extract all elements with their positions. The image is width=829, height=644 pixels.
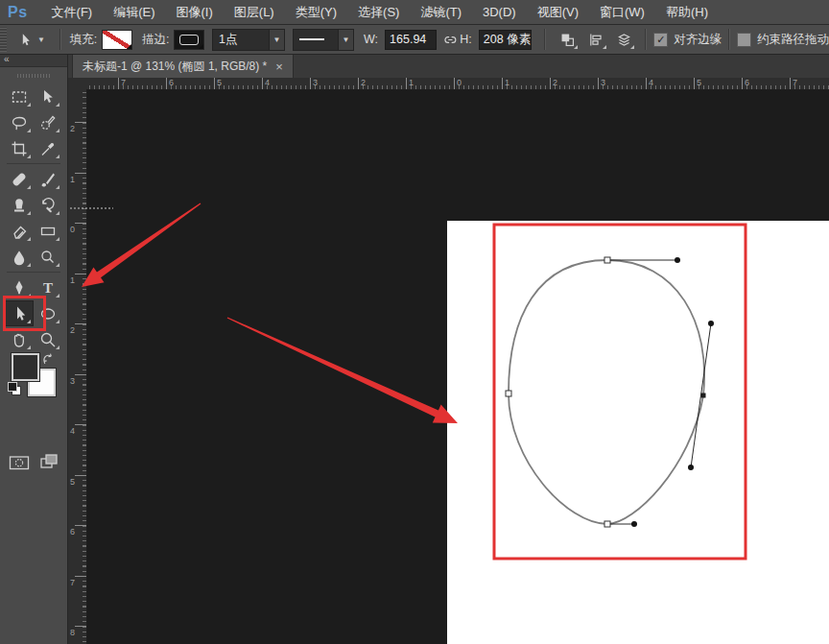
stroke-width-dropdown[interactable]: 1点 ▼ [212,29,285,51]
vertical-ruler[interactable]: 21012345678 [67,89,87,644]
tool-clone-stamp[interactable] [5,192,34,218]
tool-move[interactable] [34,83,62,109]
ruler-major-tick [742,78,743,89]
ruler-major-tick [358,78,359,89]
document-canvas[interactable] [447,221,829,644]
tool-hand[interactable] [5,326,34,352]
horizontal-ruler[interactable]: 765432101234567 [86,78,829,90]
path-alignment-button[interactable] [584,29,607,50]
tool-dodge[interactable] [34,244,62,270]
tool-zoom[interactable] [34,326,62,352]
height-label: H: [460,33,472,46]
ruler-major-tick [598,78,599,89]
menu-item-3[interactable]: 图像(I) [166,0,224,24]
path-arrangement-button[interactable] [613,29,636,50]
clone-stamp-icon [10,196,29,215]
fill-label: 填充: [70,32,97,48]
tool-preset-dropdown[interactable]: ▼ [12,32,53,48]
tool-path-selection[interactable] [5,300,34,326]
chevron-down-icon[interactable]: ▼ [338,30,353,50]
canvas-viewport[interactable] [86,89,829,644]
tool-ellipse-shape[interactable] [34,300,62,326]
path-operations-button[interactable] [556,29,579,50]
menu-item-6[interactable]: 选择(S) [347,0,410,24]
panel-collapse-button[interactable]: « [0,54,67,67]
tool-quick-selection[interactable] [34,109,62,135]
ruler-major-tick [262,78,263,89]
tool-flyout-mark [56,263,59,267]
tool-rectangular-marquee[interactable] [5,83,34,109]
menu-item-8[interactable]: 3D(D) [472,0,527,24]
shape-height-input[interactable]: 208 像素 [479,30,532,50]
tool-blur[interactable] [5,244,34,270]
tool-gradient[interactable] [34,218,62,244]
ruler-major-tick [502,78,503,89]
tool-type[interactable]: T [34,274,62,300]
constrain-path-drag-label: 约束路径拖动 [757,32,829,48]
separator [544,29,546,50]
default-colors-icon[interactable] [8,382,21,395]
menu-item-9[interactable]: 视图(V) [527,0,589,24]
tool-lasso[interactable] [5,109,34,135]
tool-eyedropper[interactable] [34,135,62,161]
menu-item-2[interactable]: 编辑(E) [103,0,165,24]
fill-swatch-no-color[interactable] [102,30,132,50]
chevron-down-icon[interactable]: ▼ [269,30,284,50]
document-tab[interactable]: 未标题-1 @ 131% (椭圆 1, RGB/8) * × [72,54,294,78]
stroke-swatch[interactable] [174,30,204,50]
menu-bar: Ps 文件(F)编辑(E)图像(I)图层(L)类型(Y)选择(S)滤镜(T)3D… [0,0,829,25]
ruler-label: 7 [121,78,126,87]
ruler-label: 1 [505,78,509,87]
align-edges-checkbox[interactable]: ✓ [653,33,668,47]
shape-width-input[interactable]: 165.94 [385,30,436,50]
hand-icon [10,330,29,349]
ruler-major-tick [75,424,86,425]
tool-history-brush[interactable] [34,192,62,218]
tool-flyout-mark [27,237,31,241]
ruler-label: 6 [70,527,75,537]
gradient-icon [38,222,58,241]
quick-mask-button[interactable] [8,453,31,472]
path-selection-preset-icon [16,32,33,48]
tools-panel: « T [0,54,68,644]
ruler-major-tick [214,78,215,89]
menu-items: 文件(F)编辑(E)图像(I)图层(L)类型(Y)选择(S)滤镜(T)3D(D)… [41,0,719,24]
stroke-width-value: 1点 [213,30,269,50]
menu-item-4[interactable]: 图层(L) [224,0,285,24]
menu-item-1[interactable]: 文件(F) [41,0,104,24]
tool-flyout-mark [27,129,31,132]
ruler-major-tick [75,626,86,627]
menu-item-11[interactable]: 帮助(H) [655,0,719,24]
options-bar-grip[interactable] [0,27,7,52]
brush-icon [38,170,58,189]
swap-colors-icon[interactable] [40,351,56,367]
menu-item-5[interactable]: 类型(Y) [285,0,347,24]
stroke-type-dropdown[interactable]: ▼ [293,29,354,51]
tool-crop[interactable] [5,135,34,161]
tool-brush[interactable] [34,166,62,192]
menu-item-10[interactable]: 窗口(W) [589,0,655,24]
tool-list: T [5,83,62,352]
menu-item-7[interactable]: 滤镜(T) [410,0,472,24]
foreground-color-swatch[interactable] [12,353,39,381]
tool-spot-healing-brush[interactable] [5,166,34,192]
screen-mode-button[interactable] [38,451,61,472]
link-dimensions-icon[interactable] [442,32,459,48]
tool-flyout-mark [27,294,31,298]
ruler-label: 6 [169,78,174,87]
tool-options-bar: ▼ 填充: 描边: 1点 ▼ ▼ W: 165.94 H: 208 像素 ✓ 对… [0,25,829,55]
tool-flyout-mark [56,155,59,158]
tool-pen[interactable] [5,274,34,300]
tool-eraser[interactable] [5,218,34,244]
ruler-label: 3 [601,78,605,87]
ruler-label: 7 [70,578,75,587]
close-tab-button[interactable]: × [275,60,283,73]
constrain-path-drag-checkbox[interactable] [737,33,751,47]
tool-flyout-mark [56,103,59,107]
panel-grip[interactable] [17,74,50,78]
lasso-icon [10,113,29,132]
pen-icon [10,278,29,298]
tool-flyout-mark [27,346,31,349]
ruler-major-tick [75,525,86,526]
ruler-major-tick [166,78,167,89]
